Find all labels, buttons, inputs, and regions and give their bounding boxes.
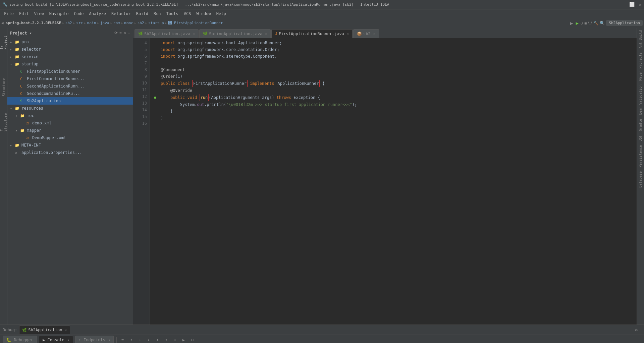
tree-item-ioc[interactable]: ▾📁ioc [7,112,133,119]
run-config-selector[interactable]: Sb2Application [606,20,643,26]
menu-item-build[interactable]: Build [133,11,151,17]
menu-item-run[interactable]: Run [151,11,164,17]
tree-item-application_props[interactable]: ⚙application.properties... [7,149,133,156]
editor-tab-SpringApplication[interactable]: 🌿SpringApplication.java✕ [199,29,271,38]
tree-item-SecondApplicationRunner[interactable]: CSecondApplicationRunn... [7,82,133,90]
debug-tool-btn-7[interactable]: ▶ [180,336,187,343]
tree-item-demo_xml[interactable]: 🗂demo.xml [7,119,133,127]
ant-build-panel[interactable]: Ant Build [638,28,643,50]
debug-tab-close[interactable]: ✕ [65,328,67,332]
tree-item-SecondCommandlineRunner[interactable]: CSecondCommandlineRu... [7,90,133,97]
debug-subtab-debugger[interactable]: 🐛 Debugger [3,336,37,343]
editor-tab-Sb2Application[interactable]: 🌿Sb2Application.java✕ [135,29,199,38]
nav-forward-icon[interactable]: ▶ [570,20,573,26]
tree-icon-application_props: ⚙ [15,151,20,155]
menu-item-analyze[interactable]: Analyze [86,11,109,17]
collapse-icon[interactable]: ≡ [119,31,122,35]
stop-button[interactable]: ◼ [584,21,587,25]
rerun-button[interactable]: ↺ [581,21,583,25]
tab-close-Sb2Application[interactable]: ✕ [193,32,195,36]
debug-tool-btn-3[interactable]: ⬇ [145,336,152,343]
debug-tab-active[interactable]: 🌿 Sb2Application ✕ [19,326,70,334]
minimize-button[interactable]: — [623,2,625,7]
search-everywhere-button[interactable]: 🔍 [600,21,605,25]
tree-item-mapper[interactable]: ▾📁mapper [7,127,133,134]
code-line-6: import org.springframework.stereotype.Co… [154,53,637,60]
z-structure-btn[interactable]: Z-Structure [0,111,7,131]
debug-tool-btn-6[interactable]: ⊞ [171,336,178,343]
maximize-button[interactable]: ⬜ [629,2,635,7]
breadcrumb-mooc[interactable]: mooc [124,21,133,25]
jsf-panel[interactable]: JSF [638,133,643,143]
structure-btn[interactable]: Structure [0,77,7,97]
tree-item-selector[interactable]: ▸📁selector [7,46,133,53]
menu-item-code[interactable]: Code [71,11,87,17]
tree-item-pro[interactable]: ▸📁pro [7,38,133,46]
menu-item-help[interactable]: Help [214,11,229,17]
line-num-14: 14 [135,107,147,113]
menu-item-vcs[interactable]: VCS [181,11,194,17]
tree-item-FirstApplicationRunner[interactable]: CFirstApplicationRunner [7,68,133,75]
debug-tool-btn-1[interactable]: ↑ [127,336,135,343]
debug-subtab-console[interactable]: ▶ Console → [39,336,73,343]
project-header-controls: ⟳ ≡ ⚙ — [114,31,130,35]
run-gutter-icon[interactable]: ● [154,94,161,101]
line-num-12: 12 [135,93,147,100]
debug-tool-btn-5[interactable]: ⬆ [162,336,170,343]
close-button[interactable]: ✕ [639,2,641,7]
project-tool-btn[interactable]: 1: Project [0,30,7,50]
persistence-panel[interactable]: Persistence [638,143,643,169]
menu-item-edit[interactable]: Edit [16,11,32,17]
nav-back-icon[interactable]: ◀ [1,21,4,25]
database-panel[interactable]: Database [638,169,643,189]
debug-tool-btn-4[interactable]: ↑ [154,336,161,343]
menu-bar: FileEditViewNavigateCodeAnalyzeRefactorB… [0,9,644,18]
breadcrumb-main[interactable]: main [87,21,96,25]
tab-close-sb2[interactable]: ✕ [373,32,375,36]
tree-item-Sb2Application[interactable]: SSb2Application [7,97,133,105]
tab-close-FirstApplicationRunner[interactable]: ✕ [347,32,349,36]
build-button[interactable]: 🔨 [593,21,598,25]
debug-hide-icon[interactable]: — [639,328,641,332]
menu-item-file[interactable]: File [1,11,16,17]
breadcrumb-startup[interactable]: startup [148,21,164,25]
tree-item-META-INF[interactable]: ▸📁META-INF [7,141,133,149]
menu-item-refactor[interactable]: Refactor [109,11,133,17]
hide-icon[interactable]: — [128,31,130,35]
tree-arrow-mapper: ▾ [15,129,20,132]
tree-item-startup[interactable]: ▾📁startup [7,60,133,68]
settings-icon[interactable]: ⚙ [124,31,126,35]
sync-icon[interactable]: ⟳ [114,31,117,35]
debug-tool-btn-0[interactable]: ≡ [119,336,126,343]
breadcrumb-class[interactable]: 🅲 FirstApplicationRunner [168,21,223,25]
coverage-button[interactable]: 🛡 [588,21,592,25]
debug-subtab-endpoints[interactable]: ⚡ Endpoints → [75,336,114,343]
breadcrumb-src[interactable]: src [76,21,83,25]
menu-item-window[interactable]: Window [194,11,213,17]
editor-tab-FirstApplicationRunner[interactable]: JFirstApplicationRunner.java✕ [271,29,353,38]
debug-settings-icon[interactable]: ⚙ [635,328,638,332]
tree-item-FirstCommandlineRunner[interactable]: CFirstCommandlineRunne... [7,75,133,82]
breadcrumb-sb2-pkg[interactable]: sb2 [138,21,144,25]
tree-item-resources[interactable]: ▾📁resources [7,105,133,112]
tree-label-mapper: mapper [27,128,41,133]
menu-item-view[interactable]: View [32,11,47,17]
tree-item-service[interactable]: ▸📁service [7,53,133,60]
menu-item-tools[interactable]: Tools [164,11,181,17]
tab-close-SpringApplication[interactable]: ✕ [265,32,267,36]
debug-actions: ⚙ — [635,328,641,332]
bean-validation-panel[interactable]: Bean Validation [638,82,643,117]
breadcrumb-java[interactable]: java [100,21,109,25]
maven-projects-panel[interactable]: Maven Projects [638,50,643,82]
debug-tool-btn-8[interactable]: ⊟ [189,336,196,343]
code-content[interactable]: import org.springframework.boot.Applicat… [150,38,637,325]
run-button[interactable]: ▶ [576,20,578,26]
breadcrumb-com[interactable]: com [113,21,120,25]
gradle-panel[interactable]: Gradle [638,117,643,133]
breadcrumb-sb2[interactable]: sb2 [65,21,72,25]
menu-item-navigate[interactable]: Navigate [47,11,71,17]
debug-tool-btn-2[interactable]: ↓ [136,336,144,343]
tree-item-DemoMapper_xml[interactable]: 🗂DemoMapper.xml [7,134,133,141]
editor-tab-sb2[interactable]: 📦sb2✕ [353,29,379,38]
breadcrumb-project[interactable]: spring-boot-2.2.1.RELEASE [6,21,61,25]
